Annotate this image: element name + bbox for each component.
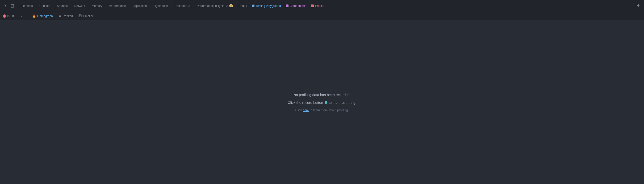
tab-flamegraph[interactable]: 🔥 Flamegraph [29,12,56,20]
performance-insights-beaker-icon: ⚗ [226,4,228,7]
svg-rect-0 [11,5,14,7]
tab-memory[interactable]: Memory [88,0,106,12]
svg-rect-8 [79,15,82,17]
tab-timeline[interactable]: Timeline [76,12,97,20]
tab-components[interactable]: Components [283,0,309,12]
top-nav-bar: Elements Console Sources Network Memory … [0,0,644,12]
settings-button[interactable] [634,4,643,8]
tab-sources[interactable]: Sources [54,0,71,12]
record-dot-icon [324,101,328,104]
empty-state-title: No profiling data has been recorded. [294,93,351,97]
testing-playground-dot-icon [252,5,254,7]
tab-console[interactable]: Console [36,0,54,12]
svg-rect-5 [59,15,61,15]
tab-performance-insights[interactable]: Performance insights ⚗ 4 [194,0,236,12]
tab-recorder[interactable]: Recorder ⚗ [171,0,194,12]
help-message: Click here to learn more about profiling… [295,108,349,112]
tab-performance[interactable]: Performance [106,0,129,12]
svg-rect-6 [59,15,61,16]
reload-button[interactable] [6,14,10,18]
flamegraph-icon: 🔥 [32,14,36,18]
components-square-icon [286,5,288,7]
main-content: No profiling data has been recorded. Cli… [0,20,644,184]
tab-profiler[interactable]: Profiler [308,0,327,12]
dock-icon-button[interactable] [10,3,15,9]
devtools-main-tabs: Elements Console Sources Network Memory … [17,0,634,12]
record-button[interactable] [3,15,6,18]
devtools-icon-group [1,0,17,12]
record-instruction: Click the record button to start recordi… [288,101,356,105]
help-link[interactable]: here [303,108,309,112]
recorder-beaker-icon: ⚗ [188,4,190,7]
import-button[interactable] [19,14,23,18]
tab-application[interactable]: Application [129,0,150,12]
performance-insights-badge: 4 [229,4,233,7]
export-button[interactable] [23,14,27,18]
profiler-controls [1,12,17,20]
tab-lighthouse[interactable]: Lighthouse [150,0,171,12]
tab-ranked[interactable]: Ranked [56,12,76,20]
clear-button[interactable] [11,14,15,18]
timeline-icon [78,14,82,18]
profiler-square-icon [311,5,314,7]
tab-network[interactable]: Network [71,0,88,12]
cursor-icon-button[interactable] [3,3,8,9]
tab-testing-playground[interactable]: Testing Playground [249,0,283,12]
svg-rect-7 [59,16,61,17]
ranked-icon [58,14,62,18]
tab-redux[interactable]: Redux [236,0,249,12]
profiler-view-tabs: 🔥 Flamegraph Ranked Timeline [27,12,98,20]
tab-elements[interactable]: Elements [17,0,36,12]
profiler-sub-nav: 🔥 Flamegraph Ranked Timeline [0,12,644,20]
